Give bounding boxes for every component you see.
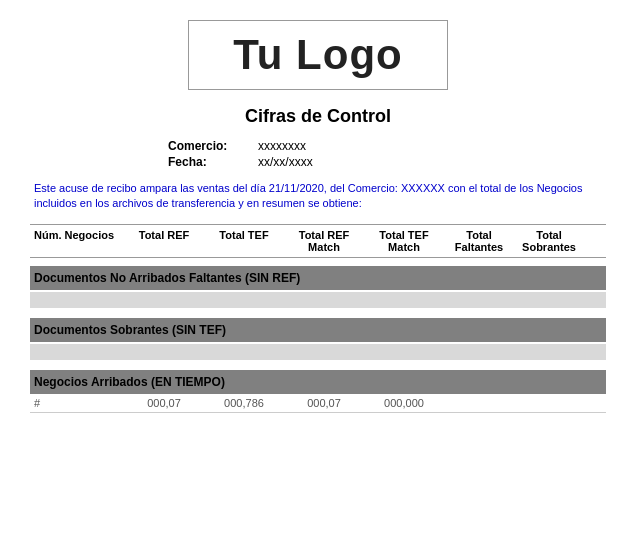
col-header-ref-match: Total REF Match [284, 229, 364, 253]
col-header-total-ref: Total REF [124, 229, 204, 253]
col-header-negocios: Núm. Negocios [34, 229, 124, 253]
comercio-label: Comercio: [168, 139, 258, 153]
col-header-sobrantes: Total Sobrantes [514, 229, 584, 253]
cell-col-faltantes [444, 397, 514, 409]
sections-container: Documentos No Arribados Faltantes (SIN R… [30, 258, 606, 413]
logo-container: Tu Logo [30, 20, 606, 90]
info-section: Comercio: xxxxxxxx Fecha: xx/xx/xxxx [30, 139, 606, 171]
empty-row-1 [30, 344, 606, 360]
cell-col-total-tef: 000,786 [204, 397, 284, 409]
table-header: Núm. Negocios Total REF Total TEF Total … [30, 224, 606, 258]
fecha-label: Fecha: [168, 155, 258, 169]
empty-row-0 [30, 292, 606, 308]
fecha-value: xx/xx/xxxx [258, 155, 313, 169]
cell-col-sobrantes [514, 397, 584, 409]
comercio-row: Comercio: xxxxxxxx [168, 139, 468, 153]
cell-col-ref-match: 000,07 [284, 397, 364, 409]
cell-col-tef-match: 000,000 [364, 397, 444, 409]
logo-box: Tu Logo [188, 20, 448, 90]
page-title: Cifras de Control [30, 106, 606, 127]
page-wrapper: Tu Logo Cifras de Control Comercio: xxxx… [0, 0, 636, 433]
comercio-value: xxxxxxxx [258, 139, 306, 153]
logo-text: Tu Logo [233, 31, 402, 78]
col-header-total-tef: Total TEF [204, 229, 284, 253]
cell-col-negocios: # [34, 397, 124, 409]
table-row: #000,07000,786000,07000,000 [30, 394, 606, 413]
section-header-2: Negocios Arribados (EN TIEMPO) [30, 370, 606, 394]
col-header-faltantes: Total Faltantes [444, 229, 514, 253]
section-header-0: Documentos No Arribados Faltantes (SIN R… [30, 266, 606, 290]
cell-col-total-ref: 000,07 [124, 397, 204, 409]
fecha-row: Fecha: xx/xx/xxxx [168, 155, 468, 169]
col-header-tef-match: Total TEF Match [364, 229, 444, 253]
notice-text: Este acuse de recibo ampara las ventas d… [30, 181, 606, 212]
section-header-1: Documentos Sobrantes (SIN TEF) [30, 318, 606, 342]
